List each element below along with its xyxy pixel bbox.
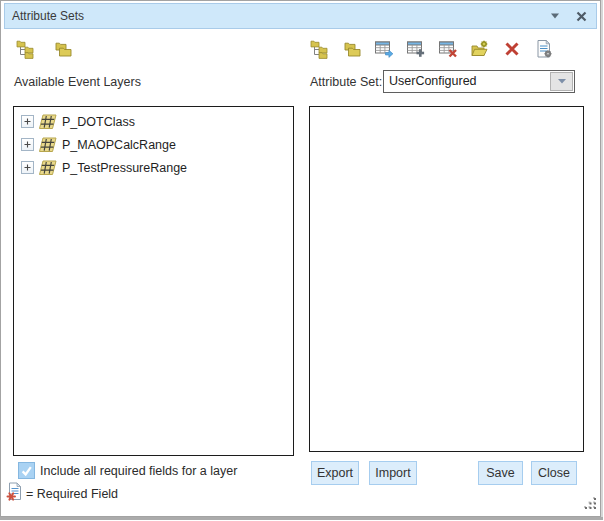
tree-item-label[interactable]: P_DOTClass — [62, 115, 135, 129]
save-button[interactable]: Save — [478, 461, 523, 485]
table-remove-icon[interactable] — [438, 39, 458, 59]
tree-item-label[interactable]: P_MAOPCalcRange — [62, 138, 176, 152]
event-layer-tree: P_DOTClass P_MAOPCalcRange P_TestPressur — [20, 110, 291, 179]
right-toolbar — [310, 39, 554, 59]
table-add-icon[interactable] — [406, 39, 426, 59]
tree-row[interactable]: P_TestPressureRange — [20, 156, 291, 179]
window-right-edge — [601, 0, 603, 517]
table-export-icon[interactable] — [374, 39, 394, 59]
report-settings-icon[interactable] — [534, 39, 554, 59]
titlebar: Attribute Sets — [4, 3, 597, 29]
folders-icon[interactable] — [342, 39, 362, 59]
include-required-fields-checkbox[interactable] — [18, 462, 35, 479]
tree-item-label[interactable]: P_TestPressureRange — [62, 161, 187, 175]
expand-plus-icon[interactable] — [21, 161, 34, 174]
close-button[interactable]: Close — [531, 461, 577, 485]
attribute-set-combobox[interactable]: UserConfigured — [383, 70, 575, 93]
delete-icon[interactable] — [502, 39, 522, 59]
combobox-dropdown-button[interactable] — [550, 72, 573, 91]
left-toolbar — [16, 39, 73, 59]
expand-plus-icon[interactable] — [21, 138, 34, 151]
attribute-sets-window: Attribute Sets — [0, 0, 604, 521]
tree-row[interactable]: P_MAOPCalcRange — [20, 133, 291, 156]
folder-gear-icon[interactable] — [470, 39, 490, 59]
layer-tree-icon[interactable] — [310, 39, 330, 59]
required-field-legend-label: = Required Field — [26, 487, 118, 501]
folders-icon[interactable] — [53, 39, 73, 59]
available-event-layers-label: Available Event Layers — [14, 75, 141, 89]
layer-tree-icon[interactable] — [16, 39, 36, 59]
attribute-set-value: UserConfigured — [389, 74, 477, 88]
close-icon[interactable] — [573, 8, 589, 24]
window-title: Attribute Sets — [12, 9, 84, 23]
collapse-icon[interactable] — [547, 8, 563, 24]
import-button[interactable]: Import — [369, 461, 417, 485]
event-layer-icon — [39, 137, 57, 153]
include-required-fields-label: Include all required fields for a layer — [40, 464, 237, 478]
required-field-icon — [6, 482, 23, 504]
available-layers-panel[interactable]: P_DOTClass P_MAOPCalcRange P_TestPressur — [13, 106, 294, 456]
titlebar-controls — [547, 8, 589, 24]
export-button[interactable]: Export — [311, 461, 359, 485]
attribute-set-label: Attribute Set: — [310, 75, 382, 89]
tree-row[interactable]: P_DOTClass — [20, 110, 291, 133]
event-layer-icon — [39, 114, 57, 130]
event-layer-icon — [39, 160, 57, 176]
window-bottom-edge — [0, 517, 603, 520]
attribute-set-fields-panel[interactable] — [309, 106, 584, 452]
resize-grip[interactable] — [583, 496, 599, 515]
expand-plus-icon[interactable] — [21, 115, 34, 128]
